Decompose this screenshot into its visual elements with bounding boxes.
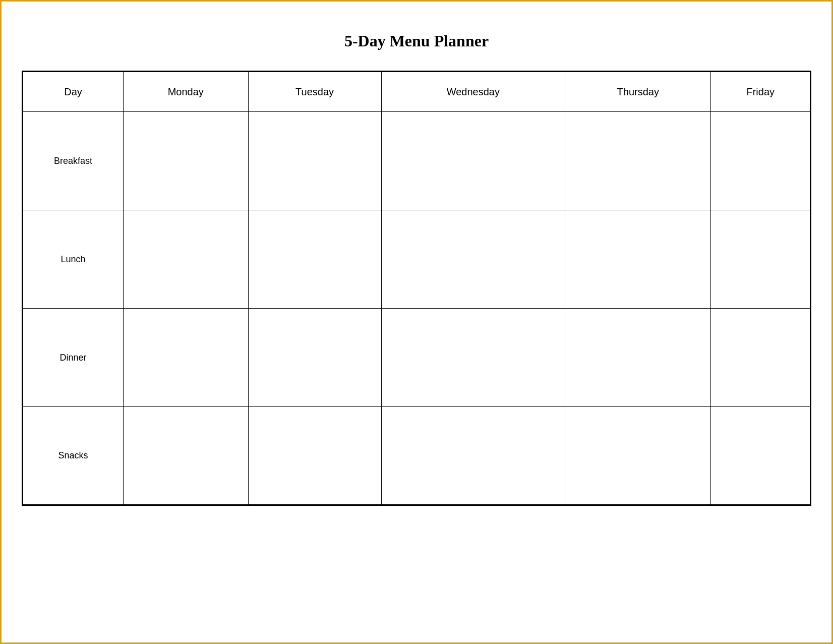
header-thursday: Thursday xyxy=(565,72,711,112)
snacks-monday[interactable] xyxy=(124,407,249,505)
breakfast-row: Breakfast xyxy=(23,112,811,210)
page-title: 5-Day Menu Planner xyxy=(344,32,489,50)
dinner-wednesday[interactable] xyxy=(381,309,565,407)
dinner-row: Dinner xyxy=(23,309,811,407)
snacks-label: Snacks xyxy=(23,407,124,505)
header-friday: Friday xyxy=(711,72,811,112)
header-day: Day xyxy=(23,72,124,112)
dinner-friday[interactable] xyxy=(711,309,811,407)
dinner-label: Dinner xyxy=(23,309,124,407)
lunch-label: Lunch xyxy=(23,210,124,309)
snacks-row: Snacks xyxy=(23,407,811,505)
lunch-thursday[interactable] xyxy=(565,210,711,309)
lunch-tuesday[interactable] xyxy=(248,210,381,309)
breakfast-wednesday[interactable] xyxy=(381,112,565,210)
menu-planner-table: Day Monday Tuesday Wednesday Thursday Fr… xyxy=(22,71,811,506)
header-wednesday: Wednesday xyxy=(381,72,565,112)
lunch-wednesday[interactable] xyxy=(381,210,565,309)
lunch-monday[interactable] xyxy=(124,210,249,309)
lunch-friday[interactable] xyxy=(711,210,811,309)
lunch-row: Lunch xyxy=(23,210,811,309)
header-tuesday: Tuesday xyxy=(248,72,381,112)
breakfast-friday[interactable] xyxy=(711,112,811,210)
dinner-tuesday[interactable] xyxy=(248,309,381,407)
header-row: Day Monday Tuesday Wednesday Thursday Fr… xyxy=(23,72,811,112)
dinner-monday[interactable] xyxy=(124,309,249,407)
breakfast-label: Breakfast xyxy=(23,112,124,210)
header-monday: Monday xyxy=(124,72,249,112)
snacks-wednesday[interactable] xyxy=(381,407,565,505)
snacks-friday[interactable] xyxy=(711,407,811,505)
breakfast-thursday[interactable] xyxy=(565,112,711,210)
breakfast-monday[interactable] xyxy=(124,112,249,210)
dinner-thursday[interactable] xyxy=(565,309,711,407)
snacks-thursday[interactable] xyxy=(565,407,711,505)
snacks-tuesday[interactable] xyxy=(248,407,381,505)
breakfast-tuesday[interactable] xyxy=(248,112,381,210)
